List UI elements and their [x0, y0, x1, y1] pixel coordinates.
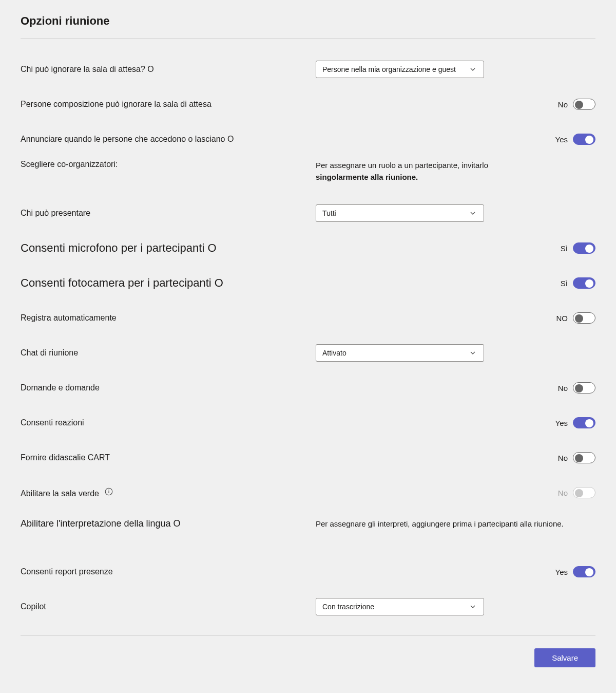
label-qna: Domande e domande	[21, 383, 316, 392]
row-meeting-chat: Chat di riunione Attivato	[21, 336, 595, 369]
row-presenters: Chi può presentare Tutti	[21, 197, 595, 230]
row-cart: Fornire didascalie CART No	[21, 441, 595, 474]
label-lang-interp: Abilitare l'interpretazione della lingua…	[21, 518, 316, 529]
toggle-state-qna: No	[553, 384, 568, 392]
toggle-state-allow-cam: Sì	[553, 279, 568, 288]
label-allow-cam: Consenti fotocamera per i partecipanti O	[21, 276, 316, 290]
toggle-allow-cam[interactable]	[573, 277, 595, 289]
dropdown-copilot[interactable]: Con trascrizione	[316, 598, 484, 615]
label-copilot: Copilot	[21, 602, 316, 611]
row-attendance: Consenti report presenze Yes	[21, 555, 595, 588]
row-callers-bypass: Persone composizione può ignorare la sal…	[21, 88, 595, 121]
label-announce: Annunciare quando le persone che accedon…	[21, 135, 316, 144]
label-attendance: Consenti report presenze	[21, 567, 316, 576]
row-copilot: Copilot Con trascrizione	[21, 590, 595, 623]
toggle-reactions[interactable]	[573, 417, 595, 428]
toggle-state-green-room: No	[553, 489, 568, 497]
toggle-state-attendance: Yes	[553, 568, 568, 576]
label-reactions: Consenti reazioni	[21, 418, 316, 427]
toggle-green-room	[573, 487, 595, 498]
help-lang-interp: Per assegnare gli interpreti, aggiungere…	[316, 518, 564, 530]
toggle-state-reactions: Yes	[553, 419, 568, 427]
meeting-options-panel: Opzioni riunione Chi può ignorare la sal…	[0, 0, 616, 680]
toggle-qna[interactable]	[573, 382, 595, 394]
chevron-down-icon	[468, 209, 477, 217]
label-green-room: Abilitare la sala verde	[21, 487, 316, 498]
label-auto-record: Registra automaticamente	[21, 313, 316, 323]
row-announce: Annunciare quando le persone che accedon…	[21, 123, 595, 156]
row-green-room: Abilitare la sala verde No	[21, 476, 595, 509]
toggle-state-announce: Yes	[553, 135, 568, 144]
toggle-callers-bypass[interactable]	[573, 99, 595, 110]
row-allow-mic: Consenti microfono per i partecipanti O …	[21, 232, 595, 265]
footer: Salvare	[21, 635, 595, 680]
toggle-state-cart: No	[553, 454, 568, 462]
divider	[21, 38, 595, 39]
label-bypass-lobby: Chi può ignorare la sala di attesa? O	[21, 65, 316, 74]
dropdown-meeting-chat[interactable]: Attivato	[316, 344, 484, 362]
chevron-down-icon	[468, 349, 477, 357]
row-reactions: Consenti reazioni Yes	[21, 406, 595, 439]
label-cart: Fornire didascalie CART	[21, 453, 316, 462]
toggle-auto-record[interactable]	[573, 312, 595, 324]
row-lang-interp: Abilitare l'interpretazione della lingua…	[21, 516, 595, 553]
row-allow-cam: Consenti fotocamera per i partecipanti O…	[21, 267, 595, 299]
dropdown-presenters[interactable]: Tutti	[316, 204, 484, 222]
save-button[interactable]: Salvare	[534, 648, 595, 667]
label-coorganizers: Scegliere co-organizzatori:	[21, 160, 316, 169]
chevron-down-icon	[468, 65, 477, 73]
page-title: Opzioni riunione	[21, 14, 595, 28]
dropdown-bypass-lobby[interactable]: Persone nella mia organizzazione e guest	[316, 61, 484, 78]
toggle-attendance[interactable]	[573, 566, 595, 577]
row-auto-record: Registra automaticamente NO	[21, 302, 595, 334]
toggle-announce[interactable]	[573, 134, 595, 145]
toggle-state-allow-mic: Sì	[553, 244, 568, 253]
svg-point-2	[109, 490, 109, 490]
label-meeting-chat: Chat di riunione	[21, 348, 316, 358]
chevron-down-icon	[468, 603, 477, 611]
row-coorganizers: Scegliere co-organizzatori: Per assegnar…	[21, 158, 595, 195]
label-presenters: Chi può presentare	[21, 209, 316, 218]
info-icon[interactable]	[104, 487, 113, 496]
toggle-cart[interactable]	[573, 452, 595, 463]
row-qna: Domande e domande No	[21, 371, 595, 404]
label-callers-bypass: Persone composizione può ignorare la sal…	[21, 100, 316, 109]
toggle-state-callers-bypass: No	[553, 100, 568, 109]
row-bypass-lobby: Chi può ignorare la sala di attesa? O Pe…	[21, 53, 595, 86]
help-coorganizers: Per assegnare un ruolo a un partecipante…	[316, 160, 488, 183]
label-allow-mic: Consenti microfono per i partecipanti O	[21, 241, 316, 255]
toggle-allow-mic[interactable]	[573, 242, 595, 254]
toggle-state-auto-record: NO	[553, 314, 568, 323]
